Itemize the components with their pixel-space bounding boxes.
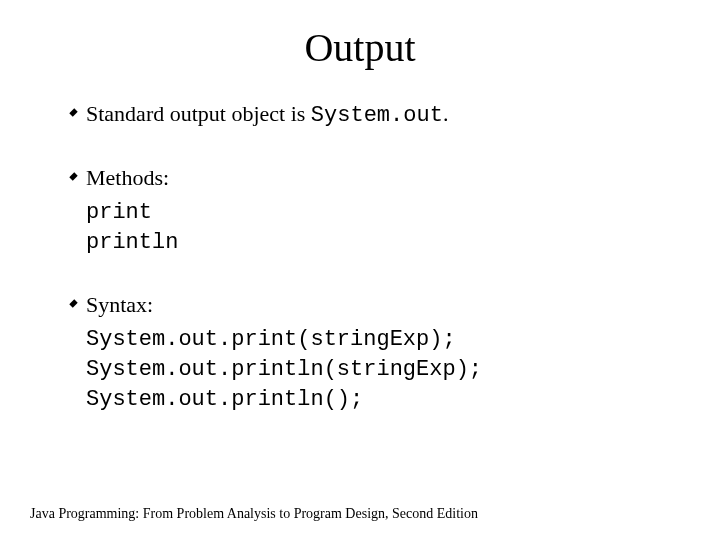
bullet-text: Standard output object is System.out. <box>86 99 448 131</box>
bullet-row: Methods: <box>60 163 660 193</box>
syntax-line: System.out.print(stringExp); <box>86 325 660 355</box>
slide: Output Standard output object is System.… <box>0 0 720 540</box>
slide-title: Output <box>60 24 660 71</box>
diamond-bullet-icon <box>60 290 86 307</box>
code-span: System.out <box>311 103 443 128</box>
diamond-bullet-icon <box>60 163 86 180</box>
method-line: println <box>86 228 660 258</box>
bullet-group-3: Syntax: System.out.print(stringExp); Sys… <box>60 290 660 415</box>
bullet-text: Methods: <box>86 163 169 193</box>
syntax-line: System.out.println(); <box>86 385 660 415</box>
bullet-row: Standard output object is System.out. <box>60 99 660 131</box>
footer-text: Java Programming: From Problem Analysis … <box>30 506 478 522</box>
syntax-line: System.out.println(stringExp); <box>86 355 660 385</box>
bullet-text: Syntax: <box>86 290 153 320</box>
bullet-group-1: Standard output object is System.out. <box>60 99 660 131</box>
bullet-row: Syntax: <box>60 290 660 320</box>
bullet-group-2: Methods: print println <box>60 163 660 258</box>
diamond-bullet-icon <box>60 99 86 116</box>
text-span: . <box>443 101 449 126</box>
text-span: Standard output object is <box>86 101 311 126</box>
method-line: print <box>86 198 660 228</box>
